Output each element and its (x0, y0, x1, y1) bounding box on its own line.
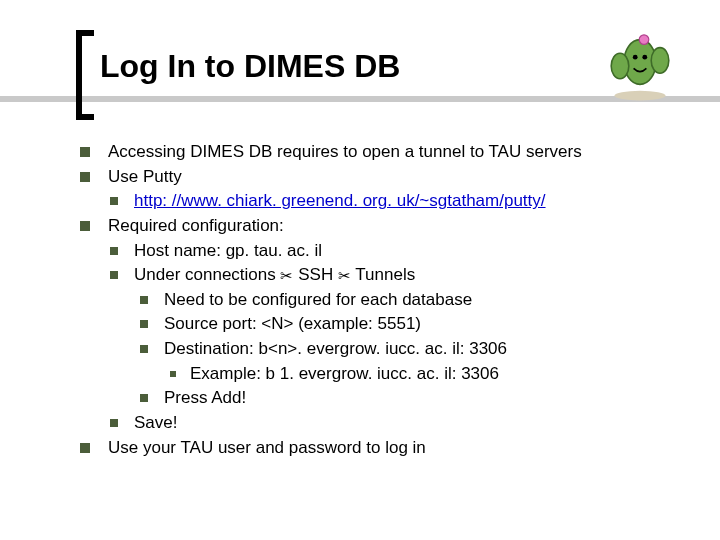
list-item-text: Save! (134, 411, 177, 436)
bullet-icon (140, 345, 148, 353)
list-item: Under connections ✂ SSH ✂ Tunnels (80, 263, 680, 288)
svg-point-5 (642, 55, 647, 60)
list-item-text: Host name: gp. tau. ac. il (134, 239, 322, 264)
list-item-text: Source port: <N> (example: 5551) (164, 312, 421, 337)
list-item: Use Putty (80, 165, 680, 190)
cactus-icon (600, 22, 680, 102)
bullet-icon (110, 271, 118, 279)
putty-link[interactable]: http: //www. chiark. greenend. org. uk/~… (134, 191, 546, 210)
bullet-icon (80, 172, 90, 182)
list-item-text: Need to be configured for each database (164, 288, 472, 313)
list-item-text: Use Putty (108, 165, 182, 190)
slide-title: Log In to DIMES DB (100, 48, 400, 85)
svg-point-6 (639, 35, 649, 45)
list-item: Host name: gp. tau. ac. il (80, 239, 680, 264)
svg-point-3 (651, 48, 669, 74)
list-item: Press Add! (80, 386, 680, 411)
bullet-icon (170, 371, 176, 377)
bullet-icon (110, 419, 118, 427)
slide-body: Accessing DIMES DB requires to open a tu… (80, 140, 680, 460)
list-item-text: Required configuration: (108, 214, 284, 239)
list-item: Required configuration: (80, 214, 680, 239)
bullet-icon (80, 147, 90, 157)
list-item: Source port: <N> (example: 5551) (80, 312, 680, 337)
list-item: Accessing DIMES DB requires to open a tu… (80, 140, 680, 165)
bullet-icon (110, 197, 118, 205)
list-item: Destination: b<n>. evergrow. iucc. ac. i… (80, 337, 680, 362)
svg-point-4 (633, 55, 638, 60)
list-item: Need to be configured for each database (80, 288, 680, 313)
title-bracket-decoration (76, 30, 94, 120)
list-item-text: Example: b 1. evergrow. iucc. ac. il: 33… (190, 362, 499, 387)
bullet-icon (140, 320, 148, 328)
list-item: Save! (80, 411, 680, 436)
scissors-icon: ✂ (280, 267, 293, 284)
list-item-text: Under connections ✂ SSH ✂ Tunnels (134, 263, 415, 288)
list-item-text: Destination: b<n>. evergrow. iucc. ac. i… (164, 337, 507, 362)
list-item: http: //www. chiark. greenend. org. uk/~… (80, 189, 680, 214)
list-item: Use your TAU user and password to log in (80, 436, 680, 461)
svg-point-2 (611, 53, 629, 79)
bullet-icon (140, 296, 148, 304)
svg-point-0 (614, 91, 665, 101)
bullet-icon (80, 443, 90, 453)
list-item-text: http: //www. chiark. greenend. org. uk/~… (134, 189, 546, 214)
list-item: Example: b 1. evergrow. iucc. ac. il: 33… (80, 362, 680, 387)
list-item-text: Accessing DIMES DB requires to open a tu… (108, 140, 582, 165)
list-item-text: Use your TAU user and password to log in (108, 436, 426, 461)
list-item-text: Press Add! (164, 386, 246, 411)
bullet-icon (140, 394, 148, 402)
scissors-icon: ✂ (338, 267, 351, 284)
bullet-icon (110, 247, 118, 255)
bullet-icon (80, 221, 90, 231)
